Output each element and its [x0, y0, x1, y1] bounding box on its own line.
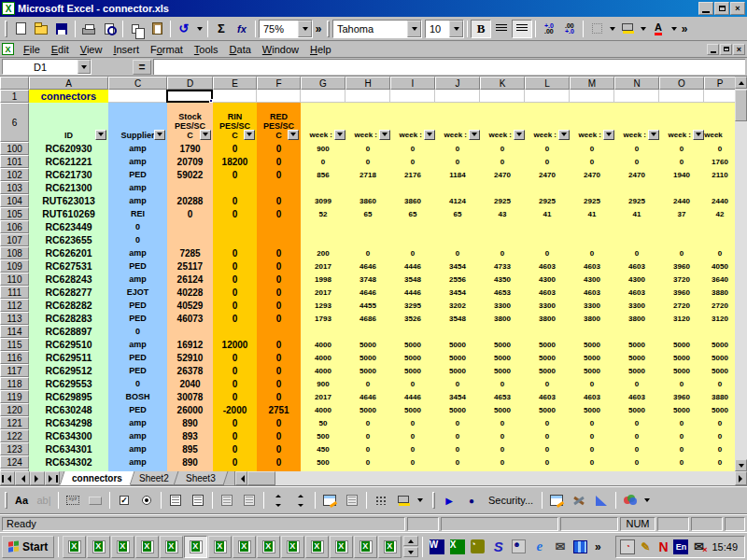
run-macro-button[interactable]: ▶ [438, 490, 460, 511]
edit-formula-button[interactable]: = [133, 60, 151, 75]
rin-cell[interactable] [213, 233, 257, 246]
stock-cell[interactable]: 52910 [167, 351, 213, 364]
week-cell[interactable]: 0 [345, 246, 390, 259]
week-cell[interactable] [435, 220, 480, 233]
week-cell[interactable]: 5000 [614, 338, 659, 351]
rin-cell[interactable]: 0 [213, 207, 257, 220]
week-cell[interactable]: 4603 [525, 259, 570, 273]
quick-launch-word-icon[interactable]: W [427, 537, 446, 557]
week-cell[interactable]: 5000 [480, 338, 525, 351]
week-cell[interactable]: 2440 [659, 194, 704, 207]
week-cell[interactable]: 2470 [614, 168, 659, 181]
excel-window-button[interactable] [87, 536, 110, 558]
week-cell[interactable] [301, 181, 345, 194]
week-cell[interactable] [704, 220, 736, 233]
scroll-left-button[interactable] [235, 471, 247, 485]
week-cell[interactable]: 0 [390, 416, 435, 429]
week-cell[interactable]: 3800 [614, 312, 659, 325]
supplier-cell[interactable]: PED [108, 312, 167, 325]
red-cell[interactable]: 0 [257, 455, 301, 469]
quick-launch-panels-icon[interactable] [571, 537, 590, 557]
design-mode-button[interactable] [590, 490, 613, 511]
week-cell[interactable]: 4446 [390, 390, 435, 403]
week-cell[interactable]: 4603 [614, 390, 659, 403]
week-cell[interactable]: 5000 [525, 338, 570, 351]
week-cell[interactable] [435, 181, 480, 194]
excel-window-button[interactable] [135, 536, 159, 558]
id-cell[interactable]: RC629512 [29, 364, 108, 377]
week-cell[interactable]: 2176 [390, 168, 435, 181]
filter-dropdown[interactable] [424, 130, 435, 140]
red-cell[interactable]: 0 [257, 416, 301, 429]
supplier-cell[interactable]: amp [108, 273, 167, 286]
week-cell[interactable] [390, 181, 435, 194]
week-cell[interactable] [570, 233, 614, 246]
week-cell[interactable]: 0 [614, 429, 659, 442]
more-tool-dropdown[interactable] [415, 491, 425, 510]
stock-cell[interactable]: 25117 [167, 259, 213, 273]
week-cell[interactable]: 5000 [345, 403, 390, 416]
row-header[interactable]: 112 [0, 299, 29, 312]
tab-sheet3[interactable]: Sheet3 [173, 471, 228, 485]
red-cell[interactable] [257, 181, 301, 194]
row-header[interactable]: 109 [0, 259, 29, 273]
row-header[interactable]: 119 [0, 390, 29, 403]
tray-lang-icon[interactable]: En [673, 539, 688, 554]
week-cell[interactable]: 5000 [570, 364, 614, 377]
red-cell[interactable] [257, 325, 301, 338]
filter-dropdown[interactable] [334, 130, 345, 140]
week-cell[interactable]: 0 [570, 416, 614, 429]
supplier-cell[interactable]: 0 [108, 325, 167, 338]
week-cell[interactable]: 5000 [525, 364, 570, 377]
red-cell[interactable]: 0 [257, 259, 301, 273]
supplier-cell[interactable]: amp [108, 338, 167, 351]
week-cell[interactable]: 500 [301, 455, 345, 469]
week-cell[interactable]: 4733 [480, 259, 525, 273]
menu-item-view[interactable]: View [75, 42, 108, 57]
scrollbar-control-button[interactable] [289, 490, 312, 511]
id-cell[interactable]: RC621221 [29, 155, 108, 168]
week-cell[interactable]: 5000 [704, 351, 736, 364]
filter-dropdown[interactable] [200, 130, 211, 140]
row-header[interactable]: 102 [0, 168, 29, 181]
quick-launch-chevron[interactable]: » [592, 540, 603, 553]
column-header-P[interactable]: P [704, 77, 736, 90]
red-cell[interactable]: 0 [257, 299, 301, 312]
id-cell[interactable]: RC628282 [29, 299, 108, 312]
supplier-cell[interactable]: PED [108, 168, 167, 181]
id-cell[interactable]: RC628277 [29, 286, 108, 299]
week-cell[interactable]: 0 [614, 377, 659, 390]
week-cell[interactable]: 3860 [390, 194, 435, 207]
rin-cell[interactable]: 0 [213, 416, 257, 429]
week-cell[interactable]: 5000 [345, 338, 390, 351]
supplier-cell[interactable]: amp [108, 429, 167, 442]
supplier-cell[interactable]: EJOT [108, 286, 167, 299]
stock-cell[interactable]: 26378 [167, 364, 213, 377]
week-cell[interactable]: 5000 [345, 364, 390, 377]
excel-window-button[interactable] [111, 536, 134, 558]
week-cell[interactable]: 2017 [301, 286, 345, 299]
stock-cell[interactable] [167, 181, 213, 194]
week-cell[interactable] [390, 325, 435, 338]
week-cell[interactable]: 3300 [480, 299, 525, 312]
week-cell[interactable]: 5000 [704, 338, 736, 351]
id-cell[interactable]: RC628897 [29, 325, 108, 338]
more-buttons-chevron[interactable]: » [679, 22, 690, 35]
row-header[interactable]: 101 [0, 155, 29, 168]
row-header[interactable]: 6 [0, 103, 29, 142]
week-cell[interactable]: 0 [525, 442, 570, 455]
week-cell[interactable]: 0 [435, 377, 480, 390]
supplier-cell[interactable]: 0 [108, 233, 167, 246]
week-cell[interactable]: 0 [614, 416, 659, 429]
week-cell[interactable] [659, 181, 704, 194]
week-cell[interactable]: 2925 [614, 194, 659, 207]
week-cell[interactable]: 0 [435, 142, 480, 155]
stock-cell[interactable]: 40228 [167, 286, 213, 299]
week-cell[interactable]: 0 [659, 442, 704, 455]
red-cell[interactable]: 0 [257, 429, 301, 442]
security-button[interactable]: Security... [483, 493, 539, 508]
week-cell[interactable]: 3300 [570, 299, 614, 312]
tab-connectors[interactable]: connectors [60, 471, 135, 485]
week-cell[interactable]: 0 [570, 155, 614, 168]
week-cell[interactable]: 0 [570, 246, 614, 259]
